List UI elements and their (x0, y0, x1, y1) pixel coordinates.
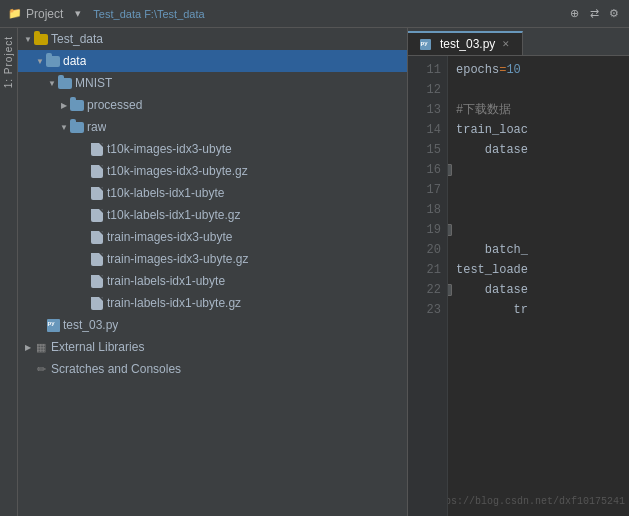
tree-item-external-libs[interactable]: ▦ External Libraries (18, 336, 407, 358)
settings-icon[interactable]: ⚙ (607, 7, 621, 21)
item-label: t10k-images-idx3-ubyte.gz (107, 164, 248, 178)
locate-icon[interactable]: ⊕ (567, 7, 581, 21)
code-line-11: epochs=10 (456, 60, 621, 80)
code-line-18 (456, 200, 621, 220)
item-label: processed (87, 98, 142, 112)
code-editor[interactable]: 11 12 13 14 15 16 17 18 19 20 21 22 23 e (408, 56, 629, 516)
item-label: raw (87, 120, 106, 134)
code-line-12 (456, 80, 621, 100)
collapse-icon[interactable]: ⇄ (587, 7, 601, 21)
item-label: Test_data (51, 32, 103, 46)
scratches-icon: ✏ (34, 362, 48, 376)
code-line-19: − (456, 220, 621, 240)
file-icon (90, 186, 104, 200)
tree-item-processed[interactable]: processed (18, 94, 407, 116)
item-label: t10k-labels-idx1-ubyte (107, 186, 224, 200)
item-label: External Libraries (51, 340, 144, 354)
item-label: t10k-images-idx3-ubyte (107, 142, 232, 156)
library-icon: ▦ (34, 340, 48, 354)
file-icon (90, 230, 104, 244)
folder-icon (58, 76, 72, 90)
item-label: t10k-labels-idx1-ubyte.gz (107, 208, 240, 222)
code-line-15: datase (456, 140, 621, 160)
arrow-icon (22, 341, 34, 353)
code-line-20: batch_ (456, 240, 621, 260)
project-path: Test_data F:\Test_data (93, 8, 204, 20)
fold-icon-22[interactable]: − (448, 284, 452, 296)
watermark: https://blog.csdn.net/dxf10175241 (448, 492, 625, 512)
file-icon (90, 142, 104, 156)
file-icon (90, 296, 104, 310)
tab-file-icon (418, 37, 432, 51)
tab-label: test_03.py (440, 37, 495, 51)
item-label: test_03.py (63, 318, 118, 332)
fold-icon-16[interactable]: − (448, 164, 452, 176)
item-label: train-labels-idx1-ubyte.gz (107, 296, 241, 310)
tree-item-file5[interactable]: train-images-idx3-ubyte (18, 226, 407, 248)
item-label: data (63, 54, 86, 68)
tab-close-button[interactable]: ✕ (500, 38, 512, 50)
side-tab-label: 1: Project (3, 36, 14, 88)
file-icon (90, 208, 104, 222)
tree-item-mnist[interactable]: MNIST (18, 72, 407, 94)
tree-item-file3[interactable]: t10k-labels-idx1-ubyte (18, 182, 407, 204)
code-line-22: − datase (456, 280, 621, 300)
arrow-icon (22, 33, 34, 45)
folder-icon (70, 98, 84, 112)
item-label: MNIST (75, 76, 112, 90)
item-label: train-images-idx3-ubyte (107, 230, 232, 244)
fold-icon-19[interactable]: − (448, 224, 452, 236)
folder-icon-small: 📁 (8, 7, 22, 21)
tree-item-file1[interactable]: t10k-images-idx3-ubyte (18, 138, 407, 160)
chevron-down-icon[interactable]: ▾ (71, 7, 85, 21)
file-icon (90, 252, 104, 266)
file-icon (90, 164, 104, 178)
tab-test03py[interactable]: test_03.py ✕ (408, 31, 523, 55)
code-line-14: train_loac (456, 120, 621, 140)
item-label: Scratches and Consoles (51, 362, 181, 376)
folder-icon (46, 54, 60, 68)
code-line-17 (456, 180, 621, 200)
tree-item-file8[interactable]: train-labels-idx1-ubyte.gz (18, 292, 407, 314)
tree-item-test03py[interactable]: test_03.py (18, 314, 407, 336)
tree-item-raw[interactable]: raw (18, 116, 407, 138)
item-label: train-images-idx3-ubyte.gz (107, 252, 248, 266)
file-icon (90, 274, 104, 288)
line-numbers: 11 12 13 14 15 16 17 18 19 20 21 22 23 (408, 56, 448, 516)
tree-item-file2[interactable]: t10k-images-idx3-ubyte.gz (18, 160, 407, 182)
tree-item-test_data[interactable]: Test_data (18, 28, 407, 50)
tree-item-file7[interactable]: train-labels-idx1-ubyte (18, 270, 407, 292)
project-label: Project (26, 7, 63, 21)
file-tree-panel: Test_data data MNIST pr (18, 28, 408, 516)
item-label: train-labels-idx1-ubyte (107, 274, 225, 288)
editor-panel: test_03.py ✕ 11 12 13 14 15 16 17 18 19 … (408, 28, 629, 516)
top-bar: 📁 Project ▾ Test_data F:\Test_data ⊕ ⇄ ⚙ (0, 0, 629, 28)
folder-icon (34, 32, 48, 46)
side-tab[interactable]: 1: Project (0, 28, 18, 516)
folder-icon (70, 120, 84, 134)
editor-tabs: test_03.py ✕ (408, 28, 629, 56)
toolbar-actions: ⊕ ⇄ ⚙ (567, 7, 621, 21)
code-content[interactable]: epochs=10 #下载数据 train_loac (448, 56, 629, 516)
py-file-icon (46, 318, 60, 332)
arrow-icon (58, 121, 70, 133)
tree-item-file6[interactable]: train-images-idx3-ubyte.gz (18, 248, 407, 270)
tree-item-data[interactable]: data (18, 50, 407, 72)
arrow-icon (58, 99, 70, 111)
arrow-icon (34, 55, 46, 67)
tree-item-scratches[interactable]: ✏ Scratches and Consoles (18, 358, 407, 380)
code-line-13: #下载数据 (456, 100, 621, 120)
arrow-icon (46, 77, 58, 89)
code-line-16: − (456, 160, 621, 180)
code-line-21: test_loade (456, 260, 621, 280)
code-line-23: tr (456, 300, 621, 320)
main-layout: 1: Project Test_data data (0, 28, 629, 516)
tree-item-file4[interactable]: t10k-labels-idx1-ubyte.gz (18, 204, 407, 226)
